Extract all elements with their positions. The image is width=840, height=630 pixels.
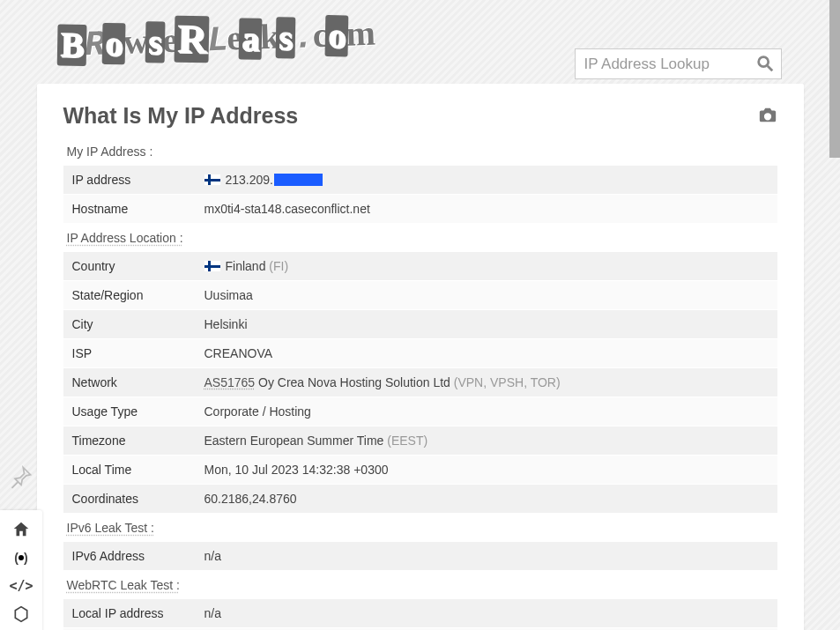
label-network: Network [63, 368, 196, 397]
section-ipv6: IPv6 Leak Test : [63, 514, 777, 542]
label-city: City [63, 310, 196, 339]
home-icon[interactable] [9, 517, 33, 542]
value-timezone: Eastern European Summer Time (EEST) [196, 426, 777, 456]
broadcast-icon[interactable]: () [9, 545, 33, 570]
value-network: AS51765 Oy Crea Nova Hosting Solution Lt… [196, 368, 777, 397]
settings-icon[interactable] [9, 602, 33, 626]
svg-marker-2 [15, 607, 26, 622]
search-icon[interactable] [755, 54, 775, 73]
value-coordinates: 60.2186,24.8760 [196, 485, 777, 514]
label-usage-type: Usage Type [63, 397, 196, 426]
value-hostname: mx0ti4-sta148.caseconflict.net [196, 195, 777, 224]
section-my-ip: My IP Address : [63, 137, 777, 166]
value-isp: CREANOVA [196, 339, 777, 368]
redacted-ip [274, 174, 323, 186]
label-timezone: Timezone [63, 426, 196, 456]
label-ip-address: IP address [63, 166, 196, 195]
label-coordinates: Coordinates [63, 485, 196, 514]
label-country: Country [63, 252, 196, 281]
label-isp: ISP [63, 339, 196, 368]
value-state: Uusimaa [196, 281, 777, 310]
svg-line-1 [767, 66, 772, 71]
section-location: IP Address Location : [63, 224, 777, 252]
screenshot-icon[interactable] [758, 103, 777, 129]
label-state: State/Region [63, 281, 196, 310]
label-local-time: Local Time [63, 456, 196, 485]
site-logo[interactable]: BRowseRLeaks.com [58, 8, 375, 66]
value-city: Helsinki [196, 310, 777, 339]
finland-flag-icon [204, 174, 220, 185]
label-ipv6-address: IPv6 Address [63, 542, 196, 571]
value-local-ip: n/a [196, 599, 777, 628]
svg-point-0 [758, 57, 768, 67]
value-local-time: Mon, 10 Jul 2023 14:32:38 +0300 [196, 456, 777, 485]
section-webrtc: WebRTC Leak Test : [63, 571, 777, 599]
page-title: What Is My IP Address [63, 103, 299, 129]
finland-flag-icon [204, 261, 220, 271]
value-country: Finland (FI) [196, 252, 777, 281]
asn-link[interactable]: AS51765 [204, 375, 256, 389]
value-ipv6-address: n/a [196, 542, 777, 571]
label-local-ip: Local IP address [63, 599, 196, 628]
scrollbar-thumb[interactable] [829, 0, 840, 158]
side-toolbar: () </> [0, 510, 42, 630]
value-usage-type: Corporate / Hosting [196, 397, 777, 426]
label-hostname: Hostname [63, 195, 196, 224]
value-ip-address: 213.209. [196, 166, 777, 195]
search-input[interactable] [575, 48, 782, 79]
pin-icon[interactable] [9, 464, 33, 489]
code-icon[interactable]: </> [9, 574, 33, 598]
